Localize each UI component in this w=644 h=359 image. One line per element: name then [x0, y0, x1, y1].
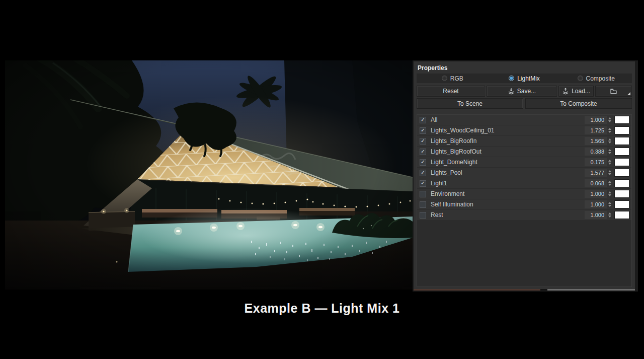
layer-color-swatch[interactable]: [614, 126, 629, 134]
spinner-down-icon[interactable]: [608, 205, 611, 207]
panel-title: Properties: [417, 64, 632, 74]
intensity-spinner[interactable]: [607, 211, 613, 219]
layer-intensity-value[interactable]: 0.388: [585, 148, 607, 156]
mode-lightmix-label: LightMix: [517, 75, 540, 82]
apply-actions-row: To Scene To Composite: [417, 98, 632, 109]
light-layer-row: ✓ Light1 0.068: [417, 178, 631, 188]
layer-color-swatch[interactable]: [614, 148, 629, 156]
layer-intensity-value[interactable]: 1.000: [585, 211, 607, 219]
layer-checkbox[interactable]: ✓: [420, 117, 426, 123]
light-layer-row: Self Illumination 1.000: [417, 199, 631, 209]
layer-intensity-value[interactable]: 1.000: [585, 200, 607, 208]
layer-color-swatch[interactable]: [614, 158, 629, 166]
intensity-spinner[interactable]: [607, 190, 613, 198]
layer-checkbox[interactable]: [420, 191, 426, 197]
spinner-down-icon[interactable]: [608, 152, 611, 154]
layer-intensity-value[interactable]: 1.577: [585, 169, 607, 177]
layer-intensity-value[interactable]: 0.175: [585, 158, 607, 166]
progress-strip-handle[interactable]: [540, 289, 547, 291]
reset-button[interactable]: Reset: [417, 86, 485, 97]
layer-intensity-value[interactable]: 1.565: [585, 137, 607, 145]
spinner-down-icon[interactable]: [608, 131, 611, 133]
light-layer-row: ✓ Lights_BigRoofIn 1.565: [417, 136, 631, 146]
light-layer-row: ✓ All 1.000: [417, 115, 631, 125]
layer-checkbox[interactable]: ✓: [420, 138, 426, 145]
checkmark-icon: ✓: [421, 149, 425, 154]
spinner-down-icon[interactable]: [608, 120, 611, 122]
layer-name: Light1: [431, 180, 585, 187]
layer-checkbox[interactable]: ✓: [420, 149, 426, 155]
radio-icon[interactable]: [442, 76, 447, 81]
layer-intensity-value[interactable]: 1.725: [585, 126, 607, 134]
spinner-up-icon[interactable]: [608, 128, 611, 130]
save-label: Save...: [517, 88, 536, 95]
to-composite-button[interactable]: To Composite: [525, 98, 632, 109]
spinner-up-icon[interactable]: [608, 170, 611, 172]
layer-color-swatch[interactable]: [614, 169, 629, 177]
layer-checkbox[interactable]: ✓: [420, 159, 426, 166]
load-layers-icon: [562, 88, 569, 95]
checkmark-icon: ✓: [421, 170, 425, 175]
spinner-up-icon[interactable]: [608, 138, 611, 140]
load-preset-menu-button[interactable]: [595, 86, 632, 97]
layer-intensity-value[interactable]: 1.000: [585, 190, 607, 198]
spinner-down-icon[interactable]: [608, 194, 611, 196]
layer-intensity-value[interactable]: 1.000: [585, 116, 607, 124]
intensity-spinner[interactable]: [607, 179, 613, 187]
radio-icon[interactable]: [578, 76, 583, 81]
intensity-spinner[interactable]: [607, 169, 613, 177]
mode-lightmix[interactable]: LightMix: [489, 75, 560, 82]
layer-intensity-value[interactable]: 0.068: [585, 179, 607, 187]
layer-color-swatch[interactable]: [614, 137, 629, 145]
spinner-down-icon[interactable]: [608, 184, 611, 186]
mode-rgb[interactable]: RGB: [417, 75, 489, 82]
layer-name: Environment: [431, 190, 585, 197]
save-layers-icon: [508, 88, 515, 95]
layer-color-swatch[interactable]: [614, 116, 629, 124]
dropdown-corner-icon: [627, 92, 630, 95]
intensity-spinner[interactable]: [607, 148, 613, 156]
progress-strip-left: [414, 289, 540, 291]
checkmark-icon: ✓: [421, 160, 425, 165]
intensity-spinner[interactable]: [607, 200, 613, 208]
layer-name: Light_DomeNight: [431, 159, 585, 166]
render-scene: [5, 60, 413, 290]
intensity-spinner[interactable]: [607, 126, 613, 134]
layer-checkbox[interactable]: ✓: [420, 170, 426, 176]
spinner-up-icon[interactable]: [608, 117, 611, 119]
light-layer-row: ✓ Light_DomeNight 0.175: [417, 157, 631, 167]
spinner-down-icon[interactable]: [608, 141, 611, 143]
mode-composite[interactable]: Composite: [560, 75, 632, 82]
checkmark-icon: ✓: [421, 181, 425, 186]
load-button[interactable]: Load...: [558, 86, 594, 97]
layer-color-swatch[interactable]: [614, 190, 629, 198]
light-layer-row: ✓ Lights_WoodCeiling_01 1.725: [417, 125, 631, 135]
save-button[interactable]: Save...: [487, 86, 557, 97]
intensity-spinner[interactable]: [607, 116, 613, 124]
spinner-down-icon[interactable]: [608, 216, 611, 218]
spinner-down-icon[interactable]: [608, 163, 611, 165]
progress-strip: [414, 289, 635, 291]
spinner-up-icon[interactable]: [608, 181, 611, 183]
layer-checkbox[interactable]: [420, 201, 426, 208]
spinner-down-icon[interactable]: [608, 173, 611, 175]
layer-color-swatch[interactable]: [614, 179, 629, 187]
spinner-up-icon[interactable]: [608, 160, 611, 162]
spinner-up-icon[interactable]: [608, 191, 611, 193]
layer-name: Lights_BigRoofOut: [431, 148, 585, 155]
layer-color-swatch[interactable]: [614, 200, 629, 208]
intensity-spinner[interactable]: [607, 158, 613, 166]
spinner-up-icon[interactable]: [608, 212, 611, 214]
layer-checkbox[interactable]: [420, 212, 426, 219]
layer-color-swatch[interactable]: [614, 211, 629, 219]
spinner-up-icon[interactable]: [608, 202, 611, 204]
layer-name: All: [431, 116, 585, 123]
layer-checkbox[interactable]: ✓: [420, 180, 426, 187]
checkmark-icon: ✓: [421, 138, 425, 143]
spinner-up-icon[interactable]: [608, 149, 611, 151]
radio-icon[interactable]: [509, 76, 514, 81]
intensity-spinner[interactable]: [607, 137, 613, 145]
light-layer-list: ✓ All 1.000 ✓ Lights_WoodCeiling_01 1.72…: [417, 114, 632, 287]
layer-checkbox[interactable]: ✓: [420, 127, 426, 134]
to-scene-button[interactable]: To Scene: [417, 98, 523, 109]
